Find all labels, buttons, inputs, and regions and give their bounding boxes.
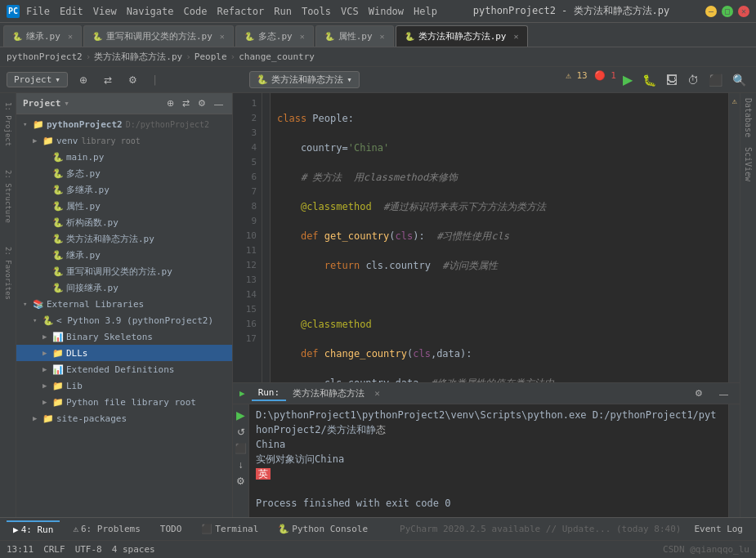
menu-refactor[interactable]: Refactor xyxy=(217,6,264,17)
tree-xigou[interactable]: 🐍 析构函数.py xyxy=(16,214,232,230)
warning-badge: ⚠ 13 xyxy=(566,70,588,89)
coverage-button[interactable]: ⛾ xyxy=(663,70,681,89)
maximize-button[interactable]: □ xyxy=(722,6,733,17)
python-console-tab[interactable]: 🐍 Python Console xyxy=(271,521,374,537)
project-minus-btn[interactable]: — xyxy=(212,99,226,109)
tree-ext-libs[interactable]: ▾ 📚 External Libraries xyxy=(16,296,232,312)
add-button[interactable]: ⊕ xyxy=(74,73,92,87)
tree-pylib-root[interactable]: ▶ 📁 Python file library root xyxy=(16,394,232,410)
menu-run[interactable]: Run xyxy=(274,6,292,17)
tree-shuxing[interactable]: 🐍 属性.py xyxy=(16,198,232,214)
breadcrumb-method[interactable]: change_country xyxy=(239,51,315,62)
tree-binary-skeletons[interactable]: ▶ 📊 Binary Skeletons xyxy=(16,328,232,345)
code-line-8: @classmethod xyxy=(277,317,722,332)
profile-button[interactable]: ⏱ xyxy=(684,70,702,89)
run-tab-close[interactable]: ✕ xyxy=(374,388,380,399)
run-tab-active[interactable]: Run: xyxy=(252,386,287,401)
debug-button[interactable]: 🐛 xyxy=(639,70,660,89)
run-button[interactable]: ▶ xyxy=(620,70,636,89)
run-scrollbar[interactable] xyxy=(728,404,740,517)
menu-vcs[interactable]: VCS xyxy=(341,6,359,17)
settings-button[interactable]: ⚙ xyxy=(123,73,142,87)
close-button[interactable]: ✕ xyxy=(738,6,749,17)
tab-jiecheng[interactable]: 🐍 继承.py ✕ xyxy=(3,25,82,47)
menu-navigate[interactable]: Navigate xyxy=(127,6,174,17)
jicheng-icon: 🐍 xyxy=(52,250,64,261)
editor-scrollbar[interactable]: ⚠ xyxy=(728,93,740,382)
tab-close-chongxie[interactable]: ✕ xyxy=(220,32,225,41)
breadcrumb-class[interactable]: People xyxy=(195,51,227,62)
tab-leifangfa[interactable]: 🐍 类方法和静态方法.py ✕ xyxy=(396,25,528,47)
terminal-tab[interactable]: ⬛ Terminal xyxy=(195,521,265,537)
breadcrumb-bar: pythonProject2 › 类方法和静态方法.py › People › … xyxy=(0,47,756,67)
minimize-button[interactable]: — xyxy=(705,6,717,17)
menu-view[interactable]: View xyxy=(93,6,117,17)
tree-python39[interactable]: ▾ 🐍 < Python 3.9 (pythonProject2) xyxy=(16,312,232,328)
tree-duotai[interactable]: 🐍 多态.py xyxy=(16,165,232,181)
breadcrumb-project[interactable]: pythonProject2 xyxy=(7,51,83,62)
run-play-btn[interactable]: ▶ xyxy=(235,408,246,422)
tab-close-leifangfa[interactable]: ✕ xyxy=(514,32,519,41)
search-button[interactable]: 🔍 xyxy=(729,70,749,89)
run-stop-btn[interactable]: ⬛ xyxy=(234,442,248,455)
tree-leifangfa[interactable]: 🐍 类方法和静态方法.py xyxy=(16,230,232,247)
tab-close-shuxing[interactable]: ✕ xyxy=(380,32,385,41)
breadcrumb-file[interactable]: 类方法和静态方法.py xyxy=(94,51,182,63)
tree-dlls[interactable]: ▶ 📁 DLLs xyxy=(16,345,232,361)
run-rerun-btn[interactable]: ↺ xyxy=(236,426,246,439)
tab-close-jiecheng[interactable]: ✕ xyxy=(68,32,73,41)
code-content[interactable]: class People: country='China' # 类方法 用cla… xyxy=(271,93,728,382)
favorites-icon[interactable]: 2: Favorites xyxy=(2,245,15,302)
tree-root[interactable]: ▾ 📁 pythonProject2 D:/pythonProject2 xyxy=(16,116,232,132)
sciview-panel-label[interactable]: SciView xyxy=(741,142,755,186)
event-log-tab[interactable]: Event Log xyxy=(687,521,749,537)
project-sync-btn[interactable]: ⇄ xyxy=(180,98,192,109)
project-dropdown[interactable]: Project ▾ xyxy=(7,72,68,87)
tree-binary-skeletons-label: Binary Skeletons xyxy=(66,332,153,342)
run-settings-btn[interactable]: ⚙ xyxy=(690,386,708,400)
menu-edit[interactable]: Edit xyxy=(60,6,83,17)
tree-chongxie[interactable]: 🐍 重写和调用父类的方法.py xyxy=(16,263,232,279)
tree-venv[interactable]: ▶ 📁 venv library root xyxy=(16,132,232,149)
jianjiejicheng-icon: 🐍 xyxy=(52,283,64,293)
run-bottom-tab[interactable]: ▶ 4: Run xyxy=(7,520,60,538)
tree-ext-defs[interactable]: ▶ 📊 Extended Definitions xyxy=(16,361,232,377)
main-toolbar: Project ▾ ⊕ ⇄ ⚙ | 🐍 类方法和静态方法 ▾ ⚠ 13 🔴 1 … xyxy=(0,67,756,93)
run-scroll-btn[interactable]: ↓ xyxy=(238,458,244,471)
menu-help[interactable]: Help xyxy=(414,6,437,17)
project-add-btn[interactable]: ⊕ xyxy=(164,98,177,109)
structure-tab-icon[interactable]: 2: Structure xyxy=(2,168,15,225)
project-label: Project xyxy=(14,74,51,85)
tree-duotai-label: 多态.py xyxy=(66,167,101,180)
menu-code[interactable]: Code xyxy=(184,6,208,17)
status-crlf[interactable]: CRLF xyxy=(43,544,65,555)
tab-close-duotai[interactable]: ✕ xyxy=(300,32,305,41)
run-config-dropdown[interactable]: 🐍 类方法和静态方法 ▾ xyxy=(249,71,360,88)
tree-lib[interactable]: ▶ 📁 Lib xyxy=(16,377,232,394)
menu-tools[interactable]: Tools xyxy=(302,6,331,17)
tree-duojicheng-label: 多继承.py xyxy=(66,184,110,196)
problems-tab[interactable]: ⚠ 6: Problems xyxy=(66,521,146,537)
status-indent[interactable]: 4 spaces xyxy=(112,544,155,555)
tree-jicheng[interactable]: 🐍 继承.py xyxy=(16,247,232,263)
project-gear-btn[interactable]: ⚙ xyxy=(195,98,208,109)
status-encoding[interactable]: UTF-8 xyxy=(75,544,102,555)
run-filter-btn[interactable]: ⚙ xyxy=(235,475,246,488)
database-panel-label[interactable]: Database xyxy=(741,93,755,142)
run-bottom-icon: ▶ xyxy=(13,525,19,535)
todo-tab[interactable]: TODO xyxy=(154,521,189,537)
tab-shuxing[interactable]: 🐍 属性.py ✕ xyxy=(315,25,394,47)
structure-icon[interactable]: 1: Project xyxy=(2,100,15,149)
tree-jianjiejicheng[interactable]: 🐍 间接继承.py xyxy=(16,279,232,296)
tree-duojicheng[interactable]: 🐍 多继承.py xyxy=(16,181,232,198)
tab-duotai[interactable]: 🐍 多态.py ✕ xyxy=(235,25,314,47)
menu-file[interactable]: File xyxy=(26,6,50,17)
menu-window[interactable]: Window xyxy=(369,6,404,17)
tree-site-packages[interactable]: ▶ 📁 site-packages xyxy=(16,410,232,426)
stop-button[interactable]: ⬛ xyxy=(705,70,726,89)
tree-main[interactable]: 🐍 main.py xyxy=(16,149,232,165)
tab-chongxie[interactable]: 🐍 重写和调用父类的方法.py ✕ xyxy=(83,25,234,47)
run-close-btn[interactable]: — xyxy=(714,387,733,400)
error-badge: 🔴 1 xyxy=(594,70,616,89)
sync-button[interactable]: ⇄ xyxy=(99,73,117,87)
